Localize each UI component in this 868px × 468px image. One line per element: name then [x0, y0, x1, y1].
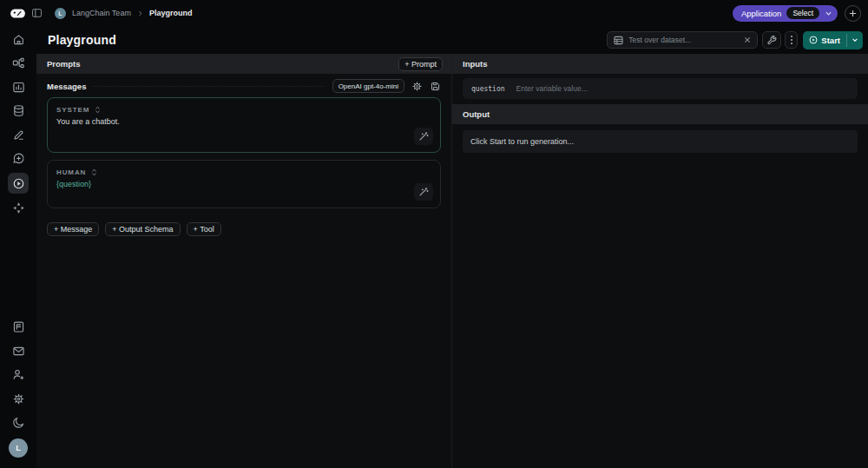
langsmith-logo: [9, 8, 27, 19]
plus-icon: [849, 10, 857, 17]
add-tool-button[interactable]: + Tool: [187, 222, 221, 236]
team-avatar[interactable]: L: [55, 8, 66, 19]
user-avatar[interactable]: L: [9, 438, 28, 458]
chat-plus-icon: [12, 152, 25, 165]
chevrons-up-down-icon: [94, 106, 102, 114]
sidebar-item-datasets[interactable]: [8, 102, 29, 121]
wand-sparkles-icon: [418, 187, 429, 197]
variable-name: question: [471, 85, 505, 93]
inputs-header-label: Inputs: [463, 59, 488, 69]
message-card-system[interactable]: SYSTEM You are a chatbot.: [47, 97, 441, 153]
test-over-dataset-input[interactable]: [607, 31, 758, 49]
prompts-header-label: Prompts: [47, 59, 81, 69]
dataset-search-field[interactable]: [628, 36, 739, 44]
gear-icon: [12, 392, 25, 405]
message-role[interactable]: SYSTEM: [56, 106, 89, 114]
trace-tree-icon: [12, 56, 25, 69]
variable-value-field[interactable]: [516, 84, 849, 93]
prompts-header: Prompts + Prompt: [36, 54, 451, 74]
sidebar-item-mail[interactable]: [8, 341, 29, 360]
add-prompt-button[interactable]: + Prompt: [398, 57, 443, 71]
application-label: Application: [741, 9, 781, 18]
sidebar-item-deployments[interactable]: [8, 199, 29, 218]
start-options-button[interactable]: [847, 31, 863, 49]
chevrons-up-down-icon: [90, 168, 98, 176]
chevron-down-icon: [825, 10, 832, 17]
tools-button[interactable]: [762, 31, 781, 49]
sidebar: L: [0, 26, 36, 468]
clear-icon[interactable]: [744, 36, 751, 43]
message-actions: + Message + Output Schema + Tool: [47, 222, 441, 236]
save-icon[interactable]: [430, 81, 441, 92]
chart-box-icon: [12, 81, 25, 94]
prompts-panel: Prompts + Prompt Messages OpenAI gpt-4o-…: [36, 54, 452, 468]
wand-button[interactable]: [414, 128, 433, 145]
breadcrumb-current: Playground: [149, 9, 193, 17]
sidebar-item-theme[interactable]: [8, 413, 29, 432]
wand-sparkles-icon: [418, 131, 429, 142]
model-settings-icon[interactable]: [411, 81, 423, 92]
page-title: Playground: [48, 33, 116, 47]
more-options-button[interactable]: [785, 31, 798, 49]
mail-icon: [12, 345, 25, 358]
add-output-schema-button[interactable]: + Output Schema: [105, 222, 180, 236]
application-selector[interactable]: Application Select: [733, 5, 838, 22]
output-placeholder-text: Click Start to run generation...: [470, 137, 574, 146]
messages-bar: Messages OpenAI gpt-4o-mini: [36, 74, 451, 97]
dataset-icon: [614, 36, 623, 45]
breadcrumb: L LangChain Team Playground: [55, 8, 192, 19]
sidebar-item-monitoring[interactable]: [8, 77, 29, 96]
play-icon: [809, 36, 818, 44]
message-content[interactable]: You are a chatbot.: [56, 117, 431, 126]
title-bar: Playground Start: [36, 26, 868, 54]
output-placeholder-row: Click Start to run generation...: [463, 130, 858, 153]
message-card-human[interactable]: HUMAN {question}: [47, 160, 441, 208]
add-message-button[interactable]: + Message: [47, 222, 99, 236]
message-content[interactable]: {question}: [56, 180, 431, 188]
sidebar-item-home[interactable]: [8, 30, 29, 49]
sidebar-item-settings[interactable]: [8, 389, 29, 408]
messages-label: Messages: [47, 82, 86, 91]
inputs-header: Inputs: [452, 54, 868, 74]
sidebar-item-playground[interactable]: [8, 173, 29, 194]
sidebar-item-prompts[interactable]: [8, 149, 29, 168]
database-icon: [12, 104, 25, 117]
wand-button[interactable]: [414, 183, 433, 201]
sidebar-item-annotation[interactable]: [8, 125, 29, 144]
sidebar-toggle-icon[interactable]: [32, 9, 42, 17]
sidebar-item-invite[interactable]: [8, 366, 29, 385]
top-bar: L LangChain Team Playground Application …: [0, 0, 868, 26]
start-button[interactable]: Start: [803, 31, 863, 49]
model-selector-button[interactable]: OpenAI gpt-4o-mini: [332, 79, 404, 93]
message-role[interactable]: HUMAN: [56, 168, 86, 176]
play-circle-icon: [12, 177, 25, 190]
pen-icon: [12, 129, 25, 142]
document-icon: [12, 320, 25, 333]
add-button[interactable]: [845, 5, 861, 22]
chevron-right-icon: [137, 10, 143, 16]
four-triangles-icon: [12, 201, 25, 214]
application-value: Select: [786, 7, 819, 19]
start-label: Start: [821, 36, 840, 45]
wrench-icon: [766, 35, 777, 45]
output-header-label: Output: [463, 109, 490, 119]
io-panel: Inputs question Output Click Start to ru…: [452, 54, 868, 468]
chevron-down-icon: [852, 36, 858, 43]
moon-icon: [12, 416, 25, 429]
sidebar-item-docs[interactable]: [8, 318, 29, 337]
breadcrumb-team[interactable]: LangChain Team: [72, 9, 131, 17]
divider: [93, 86, 325, 87]
home-icon: [12, 33, 25, 46]
input-variable-row[interactable]: question: [463, 78, 858, 99]
output-header: Output: [452, 104, 868, 124]
sidebar-item-tracing[interactable]: [8, 54, 29, 73]
user-plus-icon: [12, 368, 25, 381]
